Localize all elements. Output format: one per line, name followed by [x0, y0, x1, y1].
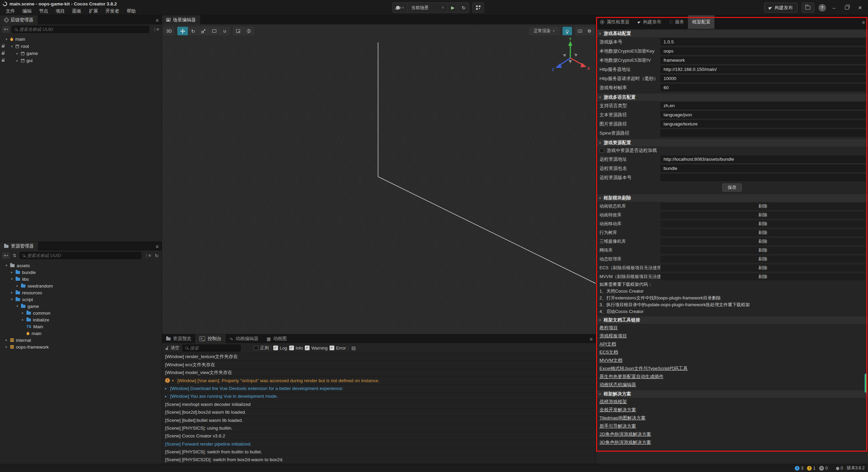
status-warning-count[interactable]: ! 1 [807, 466, 815, 471]
scale-tool-button[interactable] [198, 27, 209, 35]
menu-panel[interactable]: 面板 [69, 7, 84, 15]
tree-node-gui[interactable]: gui [0, 57, 162, 64]
section-i18n-config[interactable]: 游戏多语言配置 [596, 94, 868, 101]
save-button[interactable]: 保存 [722, 183, 742, 192]
solution-link[interactable]: 全栈开发解决方案 [599, 407, 636, 413]
asset-node-script[interactable]: script [0, 296, 162, 303]
hierarchy-search-input[interactable] [19, 27, 147, 32]
window-minimize-button[interactable] [830, 5, 838, 10]
doc-link[interactable]: API文档 [599, 341, 616, 347]
tree-node-game[interactable]: game [0, 50, 162, 57]
coordinate-space-button[interactable] [243, 27, 254, 35]
log-row-info[interactable]: [Scene] Forward render pipeline initiali… [162, 440, 596, 448]
languages-input[interactable] [660, 102, 865, 109]
remove-button[interactable]: 剔除 [758, 274, 767, 280]
asset-node-game[interactable]: game [0, 303, 162, 310]
crypto-key-input[interactable] [660, 47, 865, 55]
doc-link[interactable]: ECS文档 [599, 349, 618, 355]
text-res-path-input[interactable] [660, 111, 865, 118]
section-solutions[interactable]: 框架解决方案 [596, 390, 868, 398]
open-log-file-icon[interactable] [350, 345, 357, 351]
log-row[interactable]: [Window] ecs文件夹存在 [162, 361, 596, 369]
section-game-base-config[interactable]: 游戏基础配置 [596, 30, 868, 37]
render-mode-select[interactable]: 正常渲染 [529, 27, 559, 35]
scrollbar-thumb[interactable] [865, 374, 867, 393]
tab-assets[interactable]: 资源管理器 [0, 242, 38, 251]
preview-platform-dropdown[interactable] [393, 3, 408, 13]
remove-button[interactable]: 剔除 [758, 221, 767, 227]
menu-node[interactable]: 节点 [36, 7, 51, 15]
caret-right-icon[interactable] [16, 52, 19, 55]
tab-scene-editor[interactable]: 场景编辑器 [162, 15, 200, 24]
caret-right-icon[interactable] [10, 271, 14, 274]
pivot-anchor-button[interactable] [233, 27, 243, 35]
section-res-config[interactable]: 游戏资源配置 [596, 139, 868, 146]
status-error-count[interactable]: × 0 [819, 466, 828, 471]
log-row-info[interactable]: [Window] Download the Vue Devtools exten… [162, 385, 596, 392]
caret-right-icon[interactable] [21, 311, 24, 315]
remove-button[interactable]: 剔除 [758, 256, 767, 262]
sort-icon[interactable] [12, 253, 18, 258]
rect-tool-button[interactable] [209, 27, 219, 35]
asset-node-seedrandom[interactable]: seedrandom [0, 282, 162, 289]
lock-icon[interactable] [2, 45, 4, 47]
caret-right-icon[interactable] [5, 338, 8, 342]
remote-res-bundle-input[interactable] [660, 165, 865, 172]
scene-viewport[interactable]: Y X Z 3D [162, 24, 596, 334]
solution-link[interactable]: Tiledmap地图解决方案 [599, 415, 646, 421]
create-asset-button[interactable] [2, 252, 10, 259]
assets-search-input[interactable] [27, 253, 139, 258]
asset-node-bundle[interactable]: bundle [0, 269, 162, 276]
open-project-folder-button[interactable] [802, 2, 814, 13]
doc-link[interactable]: 教程项目 [599, 325, 618, 331]
caret-down-icon[interactable] [16, 304, 19, 308]
caret-right-icon[interactable] [21, 318, 24, 321]
menu-file[interactable]: 文件 [3, 7, 18, 15]
http-server-input[interactable] [660, 66, 865, 73]
log-row[interactable]: [Scene] meshopt wasm decoder initialized [162, 400, 596, 408]
ui-transform-tool-button[interactable] [219, 27, 230, 35]
filter-icon[interactable] [143, 253, 152, 258]
image-res-path-input[interactable] [660, 120, 865, 127]
lock-icon[interactable] [2, 53, 4, 55]
filter-log-checkbox[interactable]: Log [273, 346, 287, 351]
console-search-input[interactable] [190, 346, 238, 351]
tab-animation-graph[interactable]: 动画图 [262, 334, 291, 343]
asset-node-main-ts[interactable]: TS Main [0, 323, 162, 330]
caret-right-icon[interactable] [10, 291, 14, 294]
panel-menu-icon[interactable] [862, 20, 865, 25]
remove-button[interactable]: 剔除 [758, 203, 767, 209]
caret-down-icon[interactable] [5, 38, 8, 41]
lock-icon[interactable] [2, 60, 4, 62]
current-scene-dropdown[interactable]: 当前场景 [408, 3, 448, 13]
tab-console[interactable]: 控制台 [195, 334, 225, 343]
tree-node-main[interactable]: main [0, 36, 162, 43]
refresh-preview-button[interactable] [458, 3, 469, 13]
tab-property-inspector[interactable]: 属性检查器 [596, 15, 634, 29]
asset-node-assets[interactable]: assets [0, 262, 162, 269]
section-module-remove[interactable]: 框架模块剔除 [596, 194, 868, 202]
tab-framework-config[interactable]: 框架配置 [688, 15, 714, 29]
filter-error-checkbox[interactable]: Error [330, 346, 346, 351]
doc-link[interactable]: MVVM文档 [599, 357, 623, 363]
log-row[interactable]: [Scene] [PHYSICS]: switch from builtin t… [162, 448, 596, 456]
log-row[interactable]: [Window] render_texture文件夹存在 [162, 353, 596, 361]
asset-node-initialize[interactable]: initialize [0, 316, 162, 323]
log-row[interactable]: [Scene] [box2d]:box2d wasm lib loaded. [162, 409, 596, 416]
asset-node-common[interactable]: common [0, 310, 162, 316]
expand-icon[interactable] [165, 395, 168, 398]
game-version-input[interactable] [660, 38, 865, 45]
scene-camera-button[interactable] [575, 27, 585, 35]
caret-down-icon[interactable] [10, 277, 14, 281]
menu-developer[interactable]: 开发者 [102, 7, 122, 15]
regex-checkbox[interactable]: 正则 [254, 345, 269, 351]
log-row[interactable]: [Scene] [PHYSICS]: using builtin. [162, 424, 596, 432]
mode-3d-button[interactable]: 3D [164, 27, 174, 35]
build-publish-button[interactable]: 构建发布 [764, 3, 797, 13]
remove-button[interactable]: 剔除 [758, 265, 767, 271]
axis-gizmo[interactable]: Y X Z [550, 38, 591, 78]
frame-rate-input[interactable] [660, 84, 865, 91]
filter-info-checkbox[interactable]: Info [289, 346, 303, 351]
log-row[interactable]: [Scene] [bullet]:bullet wasm lib loaded. [162, 416, 596, 424]
tab-service[interactable]: 服务 [666, 15, 688, 29]
